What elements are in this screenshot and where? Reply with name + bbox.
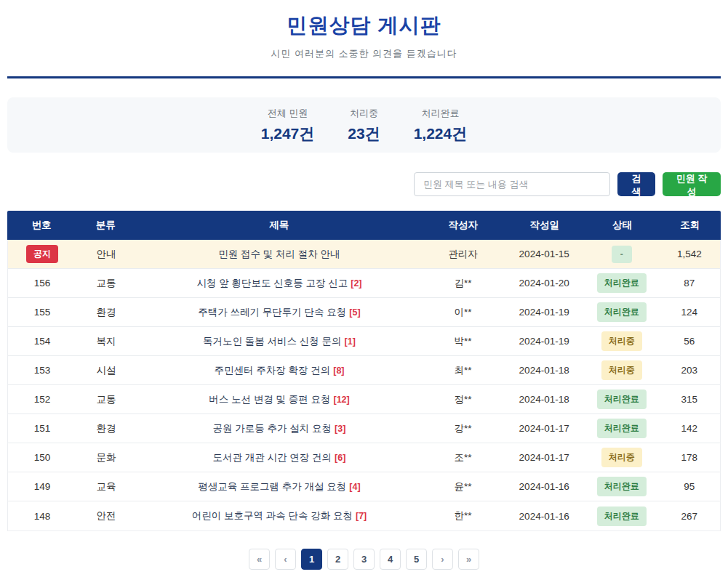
date-cell: 2024-01-16 (503, 481, 585, 492)
author-cell: 최** (423, 364, 504, 377)
pagination-last-button[interactable]: » (458, 549, 479, 570)
status-badge: - (612, 246, 632, 263)
col-header-category: 분류 (76, 219, 135, 232)
author-cell: 이** (423, 306, 504, 319)
board-header: 민원상담 게시판 시민 여러분의 소중한 의견을 듣겠습니다 (7, 0, 721, 78)
table-row[interactable]: 156교통시청 앞 횡단보도 신호등 고장 신고[2]김**2024-01-20… (8, 269, 720, 298)
table-row[interactable]: 154복지독거노인 돌봄 서비스 신청 문의[1]박**2024-01-19처리… (8, 327, 720, 356)
date-cell: 2024-01-19 (503, 307, 585, 318)
search-input[interactable] (414, 172, 610, 196)
category-cell: 환경 (76, 422, 136, 435)
number-cell: 149 (8, 481, 76, 492)
author-cell: 강** (423, 422, 504, 435)
search-button[interactable]: 검색 (617, 172, 655, 196)
complaint-title-link[interactable]: 시청 앞 횡단보도 신호등 고장 신고 (196, 278, 348, 288)
author-cell: 관리자 (423, 248, 504, 261)
comment-count: [2] (351, 278, 361, 288)
status-cell: 처리완료 (585, 419, 659, 438)
table-body: 공지안내민원 접수 및 처리 절차 안내관리자2024-01-15-1,5421… (7, 240, 721, 531)
pagination-page-3[interactable]: 3 (353, 549, 375, 570)
complaint-title-link[interactable]: 주택가 쓰레기 무단투기 단속 요청 (198, 307, 346, 318)
table-row[interactable]: 151환경공원 가로등 추가 설치 요청[3]강**2024-01-17처리완료… (8, 414, 720, 443)
status-badge: 처리완료 (597, 477, 647, 496)
status-cell: 처리완료 (585, 390, 659, 409)
table-row[interactable]: 153시설주민센터 주차장 확장 건의[8]최**2024-01-18처리중20… (8, 356, 720, 385)
pagination-next-button[interactable]: › (432, 549, 453, 570)
status-badge: 처리중 (601, 331, 642, 351)
status-cell: 처리완료 (585, 302, 659, 322)
write-complaint-button[interactable]: 민원 작성 (663, 172, 721, 196)
category-cell: 안전 (76, 509, 136, 522)
status-cell: 처리완료 (585, 273, 659, 293)
pagination-page-5[interactable]: 5 (406, 549, 427, 570)
category-cell: 문화 (76, 451, 136, 464)
number-cell: 153 (8, 365, 76, 376)
complaint-title-link[interactable]: 어린이 보호구역 과속 단속 강화 요청 (192, 510, 353, 521)
category-cell: 교육 (76, 480, 136, 493)
author-cell: 정** (423, 393, 504, 406)
table-row[interactable]: 150문화도서관 개관 시간 연장 건의[6]조**2024-01-17처리중1… (8, 443, 720, 472)
stat-completed-value: 1,224건 (414, 124, 468, 144)
pagination-page-2[interactable]: 2 (327, 549, 348, 570)
author-cell: 한** (423, 509, 504, 522)
date-cell: 2024-01-18 (503, 365, 585, 376)
number-cell: 148 (8, 511, 76, 522)
table-header-row: 번호 분류 제목 작성자 작성일 상태 조회 (7, 211, 721, 240)
views-cell: 267 (659, 511, 720, 522)
status-cell: 처리중 (585, 448, 659, 467)
status-cell: 처리완료 (585, 507, 659, 526)
views-cell: 203 (659, 365, 720, 376)
date-cell: 2024-01-17 (503, 452, 585, 463)
stat-in-progress-label: 처리중 (348, 107, 380, 120)
title-cell: 공원 가로등 추가 설치 요청[3] (136, 422, 423, 435)
category-cell: 안내 (76, 248, 136, 261)
col-header-title: 제목 (136, 219, 423, 232)
table-row[interactable]: 148안전어린이 보호구역 과속 단속 강화 요청[7]한**2024-01-1… (8, 501, 720, 530)
complaint-title-link[interactable]: 공원 가로등 추가 설치 요청 (213, 423, 332, 434)
views-cell: 1,542 (659, 249, 720, 259)
pagination-page-4[interactable]: 4 (380, 549, 401, 570)
views-cell: 87 (659, 278, 720, 288)
col-header-author: 작성자 (423, 219, 504, 232)
table-row[interactable]: 155환경주택가 쓰레기 무단투기 단속 요청[5]이**2024-01-19처… (8, 298, 720, 327)
stat-in-progress-value: 23건 (348, 124, 380, 144)
complaint-title-link[interactable]: 독거노인 돌봄 서비스 신청 문의 (203, 336, 342, 347)
comment-count: [6] (335, 453, 345, 463)
pagination-prev-button[interactable]: ‹ (275, 549, 296, 570)
number-cell: 155 (8, 307, 76, 318)
complaint-title-link[interactable]: 도서관 개관 시간 연장 건의 (213, 452, 332, 463)
comment-count: [1] (345, 336, 356, 347)
comment-count: [4] (349, 482, 360, 492)
notice-badge: 공지 (26, 245, 58, 263)
pagination-first-button[interactable]: « (249, 549, 270, 570)
comment-count: [8] (333, 366, 344, 376)
category-cell: 교통 (76, 277, 136, 290)
status-badge: 처리완료 (597, 507, 647, 526)
complaint-title-link[interactable]: 버스 노선 변경 및 증편 요청 (209, 394, 330, 405)
stat-total-label: 전체 민원 (261, 107, 315, 120)
title-cell: 버스 노선 변경 및 증편 요청[12] (136, 393, 423, 406)
col-header-number: 번호 (7, 219, 76, 232)
complaint-title-link[interactable]: 주민센터 주차장 확장 건의 (214, 365, 330, 376)
number-cell: 154 (8, 336, 76, 347)
category-cell: 환경 (76, 306, 136, 319)
author-cell: 박** (423, 335, 504, 348)
complaint-title-link[interactable]: 평생교육 프로그램 추가 개설 요청 (198, 481, 346, 492)
stat-completed: 처리완료 1,224건 (414, 107, 468, 144)
category-cell: 시설 (76, 364, 136, 377)
table-row[interactable]: 149교육평생교육 프로그램 추가 개설 요청[4]윤**2024-01-16처… (8, 472, 720, 501)
comment-count: [12] (333, 395, 349, 405)
stat-total: 전체 민원 1,247건 (261, 107, 315, 144)
complaint-title-link[interactable]: 민원 접수 및 처리 절차 안내 (136, 248, 423, 261)
title-cell: 독거노인 돌봄 서비스 신청 문의[1] (136, 335, 423, 348)
table-row-notice[interactable]: 공지안내민원 접수 및 처리 절차 안내관리자2024-01-15-1,542 (8, 240, 720, 269)
comment-count: [7] (356, 511, 367, 521)
status-badge: 처리완료 (597, 302, 647, 322)
col-header-status: 상태 (585, 219, 660, 232)
date-cell: 2024-01-20 (503, 278, 585, 288)
title-cell: 평생교육 프로그램 추가 개설 요청[4] (136, 480, 423, 493)
title-cell: 주택가 쓰레기 무단투기 단속 요청[5] (136, 306, 423, 319)
table-row[interactable]: 152교통버스 노선 변경 및 증편 요청[12]정**2024-01-18처리… (8, 385, 720, 414)
pagination-page-1[interactable]: 1 (301, 549, 322, 570)
status-cell: 처리완료 (585, 477, 659, 496)
